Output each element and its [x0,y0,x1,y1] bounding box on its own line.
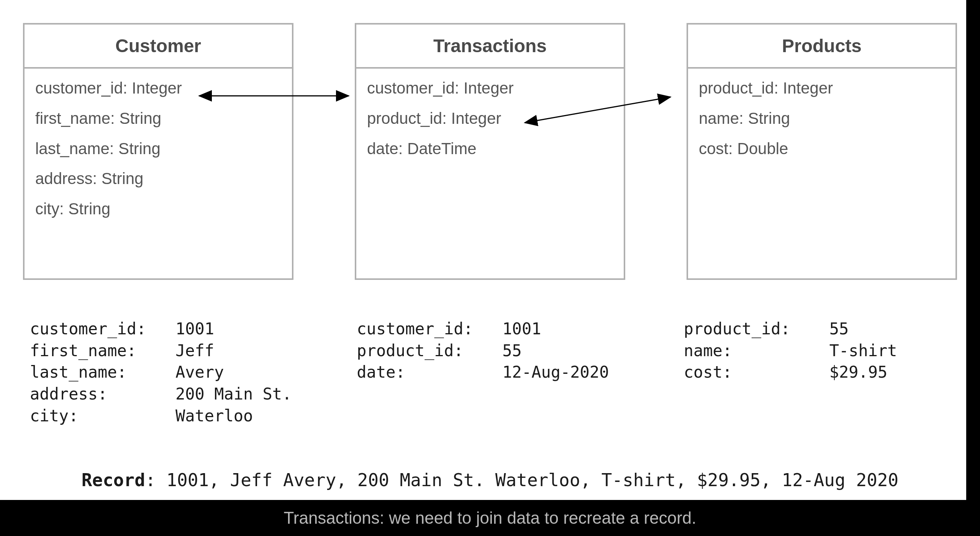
example-value: 55 [829,318,849,340]
example-key: name: [684,340,829,362]
example-row: cost: $29.95 [684,362,957,383]
table-customer-body: customer_id: Integer first_name: String … [25,69,292,229]
example-value: Avery [175,362,224,383]
example-value: T-shirt [829,340,897,362]
record-label: Record [82,470,145,490]
table-customer: Customer customer_id: Integer first_name… [23,23,293,280]
table-transactions-title: Transactions [356,25,624,69]
example-value: $29.95 [829,362,888,383]
example-row: product_id: 55 [357,340,630,362]
example-row: address: 200 Main St. [30,383,303,405]
tables-row: Customer customer_id: Integer first_name… [23,23,957,280]
example-key: last_name: [30,362,175,383]
caption-text: Transactions: we need to join data to re… [284,508,696,527]
example-key: product_id: [684,318,829,340]
field-product-cost: cost: Double [699,138,945,160]
table-products: Products product_id: Integer name: Strin… [687,23,957,280]
field-customer-id: customer_id: Integer [35,77,281,100]
table-products-title: Products [688,25,955,69]
example-row: city: Waterloo [30,405,303,427]
field-address: address: String [35,168,281,190]
example-value: 1001 [502,318,541,340]
field-first-name: first_name: String [35,107,281,130]
joined-record: Record: 1001, Jeff Avery, 200 Main St. W… [0,470,980,490]
example-value: 1001 [175,318,214,340]
example-value: Jeff [175,340,214,362]
example-row: last_name: Avery [30,362,303,383]
example-row: customer_id: 1001 [30,318,303,340]
example-products: product_id: 55 name: T-shirt cost: $29.9… [684,318,957,427]
field-trans-date: date: DateTime [367,138,613,160]
example-value: 200 Main St. [175,383,292,405]
field-trans-product-id: product_id: Integer [367,107,613,130]
field-product-name: name: String [699,107,945,130]
right-edge-strip [966,0,980,501]
example-key: city: [30,405,175,427]
example-key: customer_id: [357,318,502,340]
table-transactions-body: customer_id: Integer product_id: Integer… [356,69,624,168]
example-transactions: customer_id: 1001 product_id: 55 date: 1… [357,318,630,427]
field-product-id: product_id: Integer [699,77,945,100]
field-last-name: last_name: String [35,138,281,160]
field-city: city: String [35,198,281,220]
example-key: customer_id: [30,318,175,340]
field-trans-customer-id: customer_id: Integer [367,77,613,100]
example-value: 55 [502,340,522,362]
caption-bar: Transactions: we need to join data to re… [0,500,980,536]
table-customer-title: Customer [25,25,292,69]
example-row: date: 12-Aug-2020 [357,362,630,383]
table-transactions: Transactions customer_id: Integer produc… [355,23,625,280]
example-row: first_name: Jeff [30,340,303,362]
diagram-canvas: Customer customer_id: Integer first_name… [0,0,980,536]
example-row: name: T-shirt [684,340,957,362]
example-value: 12-Aug-2020 [502,362,609,383]
record-value: : 1001, Jeff Avery, 200 Main St. Waterlo… [145,470,898,490]
examples-row: customer_id: 1001 first_name: Jeff last_… [30,318,957,427]
table-products-body: product_id: Integer name: String cost: D… [688,69,955,168]
example-key: cost: [684,362,829,383]
example-key: product_id: [357,340,502,362]
example-key: address: [30,383,175,405]
example-row: product_id: 55 [684,318,957,340]
example-key: date: [357,362,502,383]
example-key: first_name: [30,340,175,362]
example-value: Waterloo [175,405,253,427]
example-row: customer_id: 1001 [357,318,630,340]
example-customer: customer_id: 1001 first_name: Jeff last_… [30,318,303,427]
